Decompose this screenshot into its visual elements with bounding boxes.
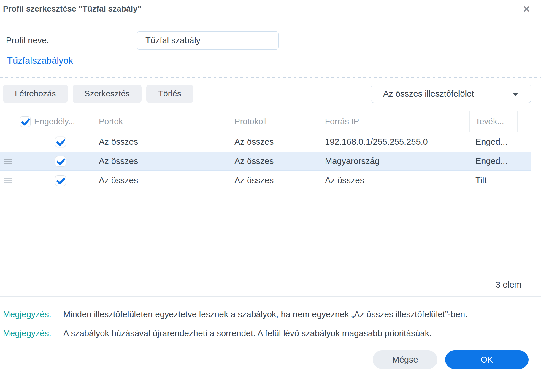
drag-cell[interactable] [0,171,13,190]
dialog-title: Profil szerkesztése "Tűzfal szabály" [3,4,142,14]
dialog-footer: Mégse OK [0,343,541,369]
enabled-column-label: Engedély... [34,117,75,126]
note-text: A szabályok húzásával újrarendezheti a s… [63,324,535,343]
source-ip-cell: Az összes [318,176,470,185]
ok-button[interactable]: OK [445,350,529,369]
ports-column-header: Portok [92,111,232,132]
note-label: Megjegyzés: [3,305,63,324]
select-all-checkbox[interactable] [20,116,31,127]
enabled-column-header: Engedély... [13,111,92,132]
firewall-rules-table: Engedély... Portok Protokoll Forrás IP T… [0,111,531,296]
rule-enabled-checkbox[interactable] [55,175,66,186]
drag-handle-icon[interactable] [4,159,12,160]
table-row-selected[interactable]: Az összes Az összes Magyarország Enged..… [0,152,531,171]
profile-name-row: Profil neve: [6,31,541,50]
close-icon[interactable]: ✕ [522,4,532,14]
protocol-cell: Az összes [232,156,318,166]
note-text: Minden illesztőfelületen egyeztetve lesz… [63,305,535,324]
note-interfaces: Megjegyzés: Minden illesztőfelületen egy… [3,305,541,324]
edit-button[interactable]: Szerkesztés [73,85,142,103]
delete-button[interactable]: Törlés [146,85,193,103]
action-cell: Enged... [470,156,518,166]
cancel-button[interactable]: Mégse [373,350,437,369]
profile-name-label: Profil neve: [6,36,137,45]
drag-handle-icon[interactable] [4,140,12,140]
header-spacer-cell [518,111,531,132]
note-label: Megjegyzés: [3,324,63,343]
table-empty-area [0,190,531,273]
table-row[interactable]: Az összes Az összes Az összes Tilt [0,171,531,190]
source-ip-column-header: Forrás IP [318,111,470,132]
protocol-cell: Az összes [232,176,318,185]
count-divider [0,296,541,297]
caret-down-icon [513,93,518,96]
drag-cell[interactable] [0,152,13,170]
drag-handle-icon[interactable] [4,178,12,179]
action-cell: Tilt [470,176,518,185]
rule-enabled-checkbox[interactable] [55,137,66,147]
table-header-row: Engedély... Portok Protokoll Forrás IP T… [0,111,531,132]
note-reorder: Megjegyzés: A szabályok húzásával újrare… [3,324,541,343]
interface-dropdown-value: Az összes illesztőfelölet [383,89,474,99]
rules-toolbar: Létrehozás Szerkesztés Törlés Az összes … [0,85,541,103]
enabled-cell [13,132,92,152]
dialog-header: Profil szerkesztése "Tűzfal szabály" ✕ [0,0,541,18]
create-button[interactable]: Létrehozás [3,85,68,103]
protocol-cell: Az összes [232,137,318,147]
action-column-header: Tevék... [470,111,518,132]
dashed-divider [0,77,541,78]
profile-name-input[interactable] [137,31,279,50]
drag-column-header [0,111,13,132]
interface-dropdown[interactable]: Az összes illesztőfelölet [371,85,531,103]
rule-enabled-checkbox[interactable] [55,156,66,167]
enabled-cell [13,171,92,190]
drag-cell[interactable] [0,132,13,152]
protocol-column-header: Protokoll [232,111,318,132]
item-count: 3 elem [0,273,531,296]
ports-cell: Az összes [92,156,232,166]
enabled-cell [13,152,92,170]
action-cell: Enged... [470,137,518,147]
source-ip-cell: Magyarország [318,156,470,166]
source-ip-cell: 192.168.0.1/255.255.255.0 [318,137,470,147]
table-row[interactable]: Az összes Az összes 192.168.0.1/255.255.… [0,132,531,152]
notes-section: Megjegyzés: Minden illesztőfelületen egy… [3,305,541,343]
firewall-rules-heading: Tűzfalszabályok [7,55,541,66]
ports-cell: Az összes [92,137,232,147]
ports-cell: Az összes [92,176,232,185]
